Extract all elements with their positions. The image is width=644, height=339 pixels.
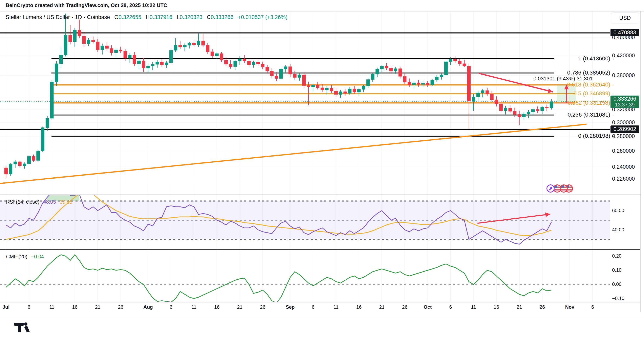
time-tick-label: 21 [231, 304, 249, 310]
price-line-badge-high: 0.470883 [610, 29, 639, 36]
price-tick-label: 0.380000 [612, 72, 635, 79]
time-tick-label: 16 [350, 304, 368, 310]
time-tick-label: 6 [442, 304, 460, 310]
exchange-label: Coinbase [87, 14, 110, 20]
rsi-value: 48.03 [43, 199, 56, 205]
separator: · [84, 14, 86, 20]
price-tick-label: 0.226000 [612, 176, 635, 182]
symbol-name: Stellar Lumens / US Dollar [6, 14, 70, 20]
fib-level-label: 0.5 (0.346899) - [574, 90, 614, 97]
time-tick-label: 26 [396, 304, 414, 310]
time-tick-label: 6 [304, 304, 322, 310]
time-tick-label: Oct [418, 304, 437, 310]
time-tick-label: 6 [584, 304, 602, 310]
time-tick-label: 21 [373, 304, 391, 310]
last-price-value: 0.333266 [610, 96, 639, 102]
time-tick-label: 16 [487, 304, 506, 310]
cmf-title: CMF (20) [6, 254, 28, 259]
fib-level-label: 0.236 (0.311681) - [568, 112, 614, 118]
high-letter: H [146, 14, 150, 20]
separator: · [72, 14, 73, 20]
currency-toggle-button[interactable]: USD [611, 13, 639, 24]
time-tick-label: 11 [43, 304, 61, 310]
cmf-indicator-label[interactable]: CMF (20) −0.04 [6, 254, 44, 260]
change-value: +0.010537 (+3.26%) [238, 14, 288, 20]
cmf-tick-label: −0.10 [612, 295, 624, 301]
rsi-indicator-label[interactable]: RSI (14, close) 48.03 39.65 [6, 199, 72, 205]
tradingview-chart-screenshot: { "header": { "credit": "BeInCrypto crea… [0, 0, 644, 339]
time-tick-label: 16 [208, 304, 226, 310]
price-tick-label: 0.240000 [612, 164, 635, 170]
price-tick-label: 0.280000 [612, 133, 635, 139]
time-tick-label: 16 [66, 304, 84, 310]
open-value: 0.322655 [118, 14, 141, 20]
footer-bar: TradingView [0, 317, 644, 339]
time-tick-label: 11 [185, 304, 203, 310]
time-tick-label: 26 [112, 304, 130, 310]
price-tick-label: 0.420000 [612, 53, 635, 59]
tradingview-logo-icon [12, 321, 47, 335]
time-tick-label: Nov [560, 304, 579, 310]
fib-level-label: 0.618 (0.362640) - [567, 81, 614, 88]
time-tick-label: 21 [89, 304, 107, 310]
credit-line: BeInCrypto created with TradingView.com,… [6, 3, 167, 8]
cmf-tick-label: 0.20 [612, 253, 622, 259]
close-letter: C [207, 14, 211, 20]
candle-countdown: 13:37:39 [610, 102, 639, 108]
time-tick-label: 21 [510, 304, 528, 310]
time-tick-label: Sep [281, 304, 299, 310]
rsi-ma-value: 39.65 [60, 199, 72, 205]
price-tick-label: 0.300000 [612, 119, 635, 126]
symbol-title-row[interactable]: Stellar Lumens / US Dollar·1D·Coinbase O… [6, 14, 288, 21]
rsi-title: RSI (14, close) [6, 199, 39, 205]
cmf-tick-label: 0.10 [612, 267, 622, 273]
cmf-tick-label: 0.00 [612, 281, 622, 287]
cmf-value: −0.04 [31, 254, 44, 259]
price-tick-label: 0.260000 [612, 148, 635, 154]
rsi-tick-label: 60.00 [612, 208, 624, 213]
price-line-badge-low: 0.289902 [610, 125, 639, 133]
rsi-tick-label: 40.00 [612, 227, 624, 232]
last-price-badge: 0.333266 13:37:39 [610, 96, 639, 108]
interval-label: 1D [75, 14, 82, 20]
chart-canvas[interactable] [0, 0, 644, 339]
fib-level-label: 0 (0.280198) - [578, 133, 614, 139]
time-tick-label: 26 [533, 304, 551, 310]
close-value: 0.333266 [211, 14, 234, 20]
time-tick-label: 11 [327, 304, 345, 310]
low-value: 0.320323 [180, 14, 202, 20]
open-letter: O [114, 14, 118, 20]
fib-level-label: 0.786 (0.385052) - [567, 70, 614, 76]
time-tick-label: 26 [254, 304, 272, 310]
time-tick-label: Jul [0, 304, 15, 310]
time-tick-label: 11 [464, 304, 482, 310]
fib-level-label: 1 (0.413600) - [578, 55, 614, 62]
measure-tool-label: 0.031301 (9.43%) 31,301 [521, 76, 606, 82]
low-letter: L [177, 14, 180, 20]
time-tick-label: 6 [20, 304, 38, 310]
high-value: 0.337916 [150, 14, 172, 20]
time-tick-label: Aug [139, 304, 157, 310]
time-tick-label: 6 [162, 304, 180, 310]
fib-level-label: 0.382 (0.331158) - [568, 100, 614, 106]
